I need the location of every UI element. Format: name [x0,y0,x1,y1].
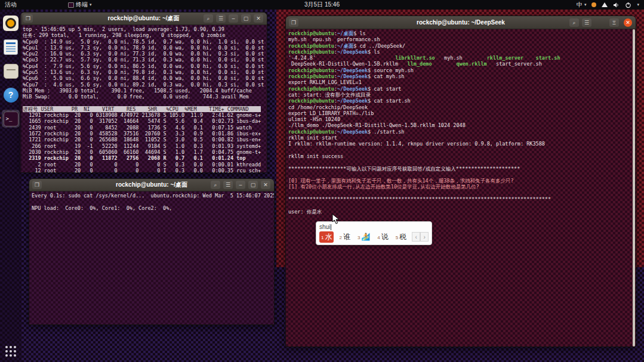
window-top-monitor: ❐ rockchip@ubuntu: ~/桌面 ⌕ ☰ – ▢ ✕ top - … [20,12,267,173]
terminal-line: rockchip@ubuntu:~/桌面$ ls [288,30,633,36]
ime-candidate[interactable]: 2谁 [337,231,352,243]
ime-candidate[interactable]: 1水 [319,231,334,243]
terminal-line: ulimit -HSn 10240 [288,116,633,122]
terminal-line: %Cpu7 : 4.6 us, 5.6 sy, 0.0 ni, 89.2 id,… [23,82,264,88]
terminal-line: 2 root 20 0 0 0 0 S 0.3 0.0 0:00.01 kthr… [23,162,264,168]
activities-button[interactable]: 活动 [5,1,17,9]
terminal-line: export RKLLM_LOG_LEVEL=1 [288,79,633,85]
chevron-down-icon[interactable]: ▾ [637,2,639,7]
terminal-line: myh.sh npu.sh performance.sh [288,36,633,42]
search-icon[interactable]: ⌕ [211,181,220,189]
clock[interactable]: 3月5日 15:46 [304,1,340,8]
terminal-line: 2439 root 20 0 8452 2088 1736 S 4.6 0.1 … [23,125,264,131]
terminal-line: rkllm init start [288,135,633,141]
running-indicator-dot [0,117,1,119]
terminal-icon: >_ [4,112,19,126]
dock-item-writer[interactable] [2,38,20,56]
minimize-button[interactable]: Ξ [609,18,619,27]
top-bar: 活动 终端 ▾ 3月5日 15:46 中 ▾ [0,0,644,10]
menu-icon[interactable]: ☰ [582,18,591,27]
ime-next-page-button[interactable]: › [420,232,429,242]
terminal-line: rkllm init success [288,153,633,159]
terminal-app-icon [68,2,74,8]
terminal-output-deepseek[interactable]: rockchip@ubuntu:~/桌面$ lsmyh.sh npu.sh pe… [286,29,636,346]
terminal-line: ****************************************… [288,196,633,202]
terminal-line: 任务: 299 total, 1 running, 298 sleeping, … [23,32,264,38]
menu-icon[interactable]: ☰ [216,14,226,23]
search-icon[interactable]: ⌕ [204,14,213,23]
terminal-line: %Cpu4 : 7.9 us, 5.6 sy, 0.0 ni, 86.5 id,… [23,63,264,69]
input-method-indicator[interactable]: 中 ▾ [577,1,587,9]
terminal-line [288,190,633,196]
chevron-down-icon: ▾ [90,2,92,7]
ime-preedit: shui [319,223,429,231]
terminal-line: 进程号 USER PR NI VIRT RES SHR %CPU %MEM TI… [23,106,264,112]
close-button[interactable]: ✕ [254,14,263,23]
terminal-line: MiB Mem : 3903.0 total, 390.1 free, 1508… [23,88,264,94]
terminal-line: [1] 有20位小朋友排成一行,从左边开始数第10位是学豆,从右边开始数他是第几… [288,184,633,190]
ime-prev-page-button[interactable]: ‹ [412,232,420,242]
rhythmbox-icon [3,16,19,31]
terminal-line: export LD_LIBRARY_PATH=./lib [288,110,633,116]
terminal-line: cat: start: 没有那个文件或目录 [288,92,633,98]
dock-item-terminal[interactable]: >_ [2,110,20,128]
terminal-line: [0] 现有一笼子，里面有鸡和兔子若干只，数一数，共有头14个，腿38条，求鸡和… [288,178,633,184]
network-icon[interactable] [602,2,608,7]
terminal-output-top[interactable]: top - 15:46:05 up 5 min, 2 users, load a… [20,25,267,172]
terminal-line: MiB Swap: 0.0 total, 0.0 free, 0.0 used.… [23,94,264,100]
power-icon[interactable] [625,2,631,8]
new-tab-button[interactable]: ❐ [23,14,33,23]
maximize-button[interactable]: ▢ [241,14,251,23]
minimize-button[interactable]: – [236,181,245,189]
libreoffice-writer-icon [4,39,18,55]
input-method-label: 中 [577,1,583,9]
terminal-output-watch[interactable]: Every 0.1s: sudo cat /sys/kernel/d... ub… [29,191,274,324]
recording-indicator-icon [591,2,596,7]
search-icon[interactable]: ⌕ [569,18,579,27]
titlebar[interactable]: ❐ rockchip@ubuntu: ~/DeepSeek ⌕ ☰ Ξ ✕ [286,16,636,29]
terminal-line: user: 你是水 [288,209,633,215]
menu-icon[interactable]: ☰ [223,181,233,189]
terminal-line: cd /home/rockchip/DeepSeek [288,104,633,110]
ime-candidate[interactable]: 5税 [394,231,408,243]
scrollbar[interactable] [633,29,635,346]
help-icon: ? [4,88,19,103]
terminal-line [288,172,633,178]
terminal-line [288,147,633,153]
terminal-line: 2319 rockchip 20 0 11872 2756 2068 R 0.7… [23,155,264,161]
volume-icon[interactable] [613,2,620,8]
terminal-line: 12 root 20 0 0 0 0 I 0.3 0.0 0:00.35 rcu… [23,168,264,173]
terminal-line: %Cpu3 : 22.7 us, 5.7 sy, 0.0 ni, 71.3 id… [23,57,264,63]
dock-item-rhythmbox[interactable] [2,14,20,32]
terminal-line: rockchip@ubuntu:~/DeepSeek$ cat start.sh [288,98,633,104]
terminal-line: rockchip@ubuntu:~/DeepSeek$ cat start [288,86,633,92]
desktop: 活动 终端 ▾ 3月5日 15:46 中 ▾ [0,0,644,362]
new-tab-button[interactable]: ❐ [289,18,298,27]
terminal-line: %Cpu0 : 14.9 us, 5.0 sy, 0.0 ni, 78.5 id… [23,39,264,45]
terminal-line: *******************可输入以下问题对应序号获取回答/或自定义输… [288,166,633,172]
close-button[interactable]: ✕ [261,181,270,189]
show-applications-button[interactable] [5,346,17,357]
files-icon [4,64,19,79]
maximize-button[interactable]: ▢ [248,181,258,189]
dock-item-files[interactable] [2,62,20,80]
terminal-line [32,199,272,205]
dock: ? >_ [0,10,21,362]
terminal-line [288,202,633,208]
minimize-button[interactable]: – [229,14,238,23]
new-tab-button[interactable]: ❐ [32,181,42,189]
ime-candidate[interactable]: 4说 [375,231,390,243]
window-npu-watch: ❐ rockchip@ubuntu: ~/桌面 ⌕ ☰ – ▢ ✕ Every … [29,178,275,325]
terminal-line: 1665 rockchip 20 0 317052 14664 5474 S 5… [23,118,264,124]
titlebar[interactable]: ❐ rockchip@ubuntu: ~/桌面 ⌕ ☰ – ▢ ✕ [20,13,267,25]
close-button[interactable]: ✕ [624,18,632,27]
app-menu[interactable]: 终端 ▾ [68,1,92,9]
terminal-line: %Cpu2 : 16.0 us, 6.3 sy, 0.0 ni, 77.3 id… [23,51,264,57]
ime-candidate[interactable]: 3🏄 [356,232,372,242]
terminal-line: 1721 rockchip 20 0 265688 18648 11052 S … [23,137,264,143]
window-deepseek: ❐ rockchip@ubuntu: ~/DeepSeek ⌕ ☰ Ξ ✕ ro… [285,16,636,347]
titlebar[interactable]: ❐ rockchip@ubuntu: ~/桌面 ⌕ ☰ – ▢ ✕ [29,179,274,191]
app-menu-label: 终端 [76,1,88,9]
dock-item-help[interactable]: ? [2,86,20,104]
terminal-line: rockchip@ubuntu:~/DeepSeek$ ls [288,49,633,55]
